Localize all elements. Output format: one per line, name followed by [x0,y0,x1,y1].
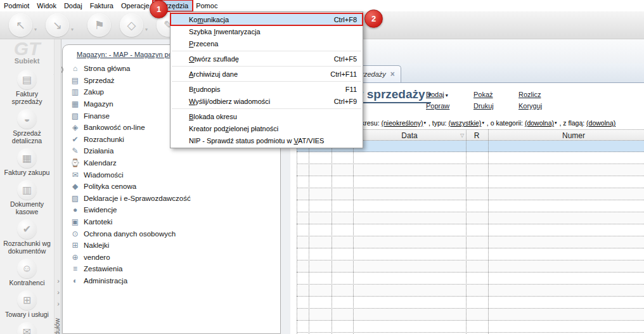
sidebar-item-sprzedaz-detaliczna[interactable]: ◒ Sprzedaż detaliczna [0,107,54,146]
menu-item-wyslij-odbierz[interactable]: Wyślij/odbierz wiadomościCtrl+F9 [171,95,363,107]
warehouse-icon: ▦ [70,100,80,108]
table-row[interactable] [297,260,644,273]
filter-typ-value[interactable]: (wszystkie) [448,119,481,127]
tree-item-naklejki[interactable]: ⊞Naklejki [63,240,280,252]
table-row[interactable] [297,309,644,321]
chevron-right-icon[interactable]: › [55,299,61,308]
menu-faktura[interactable]: Faktura [86,1,117,11]
dropdown-caret-icon[interactable]: ▾ [145,27,148,32]
grid-column-line [309,129,309,334]
filter-flaga-value[interactable]: (dowolną) [586,119,615,127]
contractors-icon: ☺ [17,259,37,278]
filter-flaga-label: , z flagą: [559,119,584,127]
rozlicz-button[interactable]: Rozlicz [518,91,541,98]
sidebar-item-faktury-sprzedazy[interactable]: ▤ Faktury sprzedaży [0,68,54,107]
menu-item-brudnopis[interactable]: BrudnopisF11 [171,83,363,95]
menu-item-komunikacja[interactable]: KomunikacjaCtrl+F8 [171,13,363,25]
menu-separator [172,51,361,51]
chevron-right-icon[interactable]: › [55,288,61,297]
menu-item-kreator-platnosci[interactable]: Kreator podzielonej płatności [171,122,363,134]
table-row[interactable] [297,188,644,200]
menu-podmiot[interactable]: Podmiot [0,1,33,11]
sidebar-item-wiadomosci-odebrane[interactable]: ✉ Wiadomości odebrane [0,320,54,334]
sort-descending-icon[interactable]: ▽ [460,132,464,138]
sidebar-item-dokumenty-kasowe[interactable]: ▥ Dokumenty kasowe [0,178,54,217]
filter-kategoria-value[interactable]: (dowolna) [525,119,554,127]
filter-okres-value[interactable]: (nieokreślony) [382,119,423,127]
tree-item-deklaracje[interactable]: ▨Deklaracje i e-Sprawozdawczość [63,193,280,205]
menu-pomoc[interactable]: Pomoc [192,1,221,11]
table-row[interactable] [297,200,644,212]
menu-operacje[interactable]: Operacje [117,1,153,11]
popraw-button[interactable]: Popraw [426,102,449,110]
table-row[interactable] [297,224,644,236]
table-row[interactable] [297,176,644,188]
tree-item-ochrona-danych[interactable]: ⊙Ochrona danych osobowych [63,228,280,240]
tree-item-label: vendero [84,254,110,261]
tree-item-label: Polityka cenowa [84,183,136,190]
close-icon[interactable]: × [390,70,395,79]
tree-item-vendero[interactable]: ⊕vendero [63,252,280,264]
tree-item-wiadomosci[interactable]: ✉Wiadomości [63,169,280,181]
menu-item-szybka-inwentaryzacja[interactable]: Szybka Inwentaryzacja [171,25,363,37]
menu-dodaj[interactable]: Dodaj [60,1,86,11]
table-row[interactable] [297,236,644,248]
tree-item-label: Kalendarz [84,159,117,167]
flag-icon[interactable]: ⚑ [87,13,111,37]
drukuj-button[interactable]: Drukuj [473,102,494,110]
menu-item-archiwizuj-dane[interactable]: Archiwizuj daneCtrl+F11 [171,68,363,80]
tree-item-label: Wiadomości [84,171,124,179]
dropdown-caret-icon[interactable]: ▾ [71,27,74,32]
goods-services-icon: ⊞ [17,290,37,310]
column-header-r[interactable]: R [474,131,480,140]
tree-item-label: Administracja [84,277,127,285]
tree-item-label: Zestawienia [84,265,122,273]
tree-item-polityka-cenowa[interactable]: ◆Polityka cenowa [63,181,280,193]
table-row[interactable] [297,152,644,164]
table-row[interactable] [297,164,644,176]
tree-item-kartoteki[interactable]: ▣Kartoteki [63,216,280,228]
subiekt-gt-window: Podmiot Widok Dodaj Faktura Operacje Nar… [0,0,644,334]
tree-item-administracja[interactable]: ◐Administracja [63,275,280,287]
dropdown-caret-icon[interactable]: ▾ [34,27,37,32]
column-header-data[interactable]: Data [401,131,417,140]
table-row[interactable] [297,285,644,297]
new-document-icon[interactable]: ◇ [120,13,143,37]
tree-item-ewidencje[interactable]: ●Ewidencje [63,204,280,216]
card-files-icon: ▣ [70,217,80,226]
tree-item-zestawienia[interactable]: ≡Zestawienia [63,263,280,275]
sales-icon: ▤ [70,76,80,85]
chevron-right-icon[interactable]: › [55,276,61,285]
send-arrow-icon[interactable]: ↘ [46,13,69,37]
menu-item-przecena[interactable]: Przecena [171,37,363,49]
retail-sales-icon: ◒ [17,109,37,129]
inbox-icon: ✉ [17,322,37,334]
sidebar-item-kontrahenci[interactable]: ☺ Kontrahenci [0,257,54,288]
table-row[interactable] [297,321,644,333]
sidebar-item-faktury-zakupu[interactable]: ▦ Faktury zakupu [0,146,54,178]
shortcut-label: Ctrl+F5 [326,55,357,63]
reports-icon: ≡ [70,264,80,273]
pokaz-button[interactable]: Pokaż [473,91,493,98]
tree-item-label: Bankowość on-line [84,124,145,131]
tree-item-kalendarz[interactable]: ⌚Kalendarz [63,157,280,169]
dodaj-button[interactable]: Dodaj▾ [426,91,448,98]
sidebar-item-towary-i-uslugi[interactable]: ⊞ Towary i usługi [0,288,54,320]
shortcuts-sidebar: GT Subiekt ▤ Faktury sprzedaży ◒ Sprzeda… [0,39,54,334]
sidebar-item-rozrachunki[interactable]: ✔ Rozrachunki wg dokumentów [0,217,54,257]
menu-item-blokada-okresu[interactable]: Blokada okresu [171,110,363,122]
koryguj-button[interactable]: Koryguj [518,102,542,110]
menu-separator [172,66,361,67]
menu-item-nip-vat-vies[interactable]: NIP - Sprawdź status podmiotu w VAT/VIES [171,134,363,146]
shortcut-label: Ctrl+F8 [326,16,357,23]
table-row[interactable] [297,297,644,309]
menu-item-otworz-szuflade[interactable]: Otwórz szufladęCtrl+F5 [171,53,363,65]
table-row[interactable] [297,273,644,285]
select-arrow-icon[interactable]: ↖ [9,13,32,37]
grid-column-line [466,129,467,334]
menu-widok[interactable]: Widok [33,1,60,11]
column-header-numer[interactable]: Numer [562,131,585,140]
table-row[interactable] [297,248,644,260]
sidebar-item-label: Faktury zakupu [0,169,54,176]
table-row[interactable] [297,212,644,224]
